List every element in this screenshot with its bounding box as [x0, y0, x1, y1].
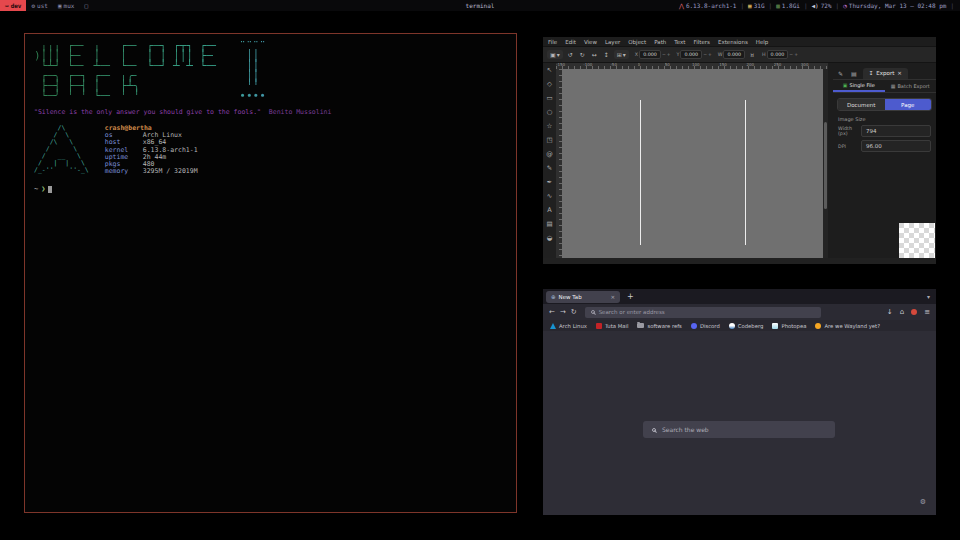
single-file-tab[interactable]: ▣Single File [833, 80, 885, 92]
status-bar: ⌨ dev ⚙ ust ▣ mux □ terminal ⋀6.13.8-arc… [0, 0, 960, 11]
menu-view[interactable]: View [584, 39, 597, 45]
tool-selector-icon[interactable]: ↖ [543, 63, 556, 77]
tool-text-icon[interactable]: A [543, 203, 556, 217]
url-bar[interactable]: Search or enter address [585, 307, 821, 318]
w-input[interactable]: 0.000 [723, 50, 745, 59]
tool-node-icon[interactable]: ◇ [543, 77, 556, 91]
active-tab[interactable]: ⊕ New Tab × [546, 291, 620, 303]
new-tab-button[interactable]: + [627, 293, 634, 301]
bookmark-arch-linux[interactable]: Arch Linux [550, 323, 587, 329]
batch-export-tab[interactable]: ▦Batch Export [885, 80, 937, 92]
home-icon[interactable]: ⌂ [900, 308, 904, 316]
tool-star-icon[interactable]: ☆ [543, 119, 556, 133]
menu-text[interactable]: Text [674, 39, 685, 45]
align-dropdown[interactable]: ⊞▾ [614, 50, 629, 59]
x-input[interactable]: 0.000 [639, 50, 661, 59]
close-icon[interactable]: × [897, 70, 902, 76]
terminal-window[interactable]: ╷╷╷ ┌─╴ ╷ ┌─╴ ┌─┐ ┌┬┐ ┌─╴ ¨¨¨¨)│││ ├─ │ … [24, 33, 517, 513]
document-button[interactable]: Document [838, 99, 885, 110]
fetch-key: memory [105, 168, 143, 175]
dpi-label: DPI [838, 144, 858, 149]
browser-tab-bar: ⊕ New Tab × + ▾ [543, 289, 936, 304]
canvas-scrollbar[interactable] [823, 69, 828, 258]
dock-tab-layers-icon[interactable]: ▤ [849, 70, 859, 79]
menu-extensions[interactable]: Extensions [718, 39, 748, 45]
export-dialog-tab[interactable]: ↧ Export × [863, 68, 908, 79]
scrollbar-thumb[interactable] [824, 122, 827, 209]
rotate-ccw-button[interactable]: ↺ [566, 50, 575, 59]
menu-object[interactable]: Object [628, 39, 646, 45]
y-plus-stepper[interactable]: + [708, 52, 712, 57]
tab-title: New Tab [559, 294, 608, 300]
list-tabs-chevron-icon[interactable]: ▾ [927, 293, 933, 300]
tool-pen-icon[interactable]: ✒ [543, 175, 556, 189]
inkscape-window[interactable]: File Edit View Layer Object Path Text Fi… [543, 37, 936, 264]
tool-spiral-icon[interactable]: @ [543, 147, 556, 161]
x-plus-stepper[interactable]: + [667, 52, 671, 57]
rotate-cw-button[interactable]: ↻ [578, 50, 587, 59]
menu-edit[interactable]: Edit [565, 39, 576, 45]
tool-pencil-icon[interactable]: ✎ [543, 161, 556, 175]
lock-ratio-icon[interactable]: ¤ [748, 50, 756, 59]
menu-layer[interactable]: Layer [605, 39, 620, 45]
export-icon: ↧ [869, 70, 874, 76]
workspace-tag-ust[interactable]: ⚙ ust [26, 0, 52, 11]
tool-gradient-icon[interactable]: ▤ [543, 217, 556, 231]
menu-icon[interactable]: ≡ [924, 308, 930, 316]
tool-rectangle-icon[interactable]: ▭ [543, 91, 556, 105]
bookmark-tuta-mail[interactable]: Tuta Mail [596, 323, 629, 329]
disk-text: 31G [754, 2, 765, 9]
tool-box3d-icon[interactable]: ◳ [543, 133, 556, 147]
canvas[interactable] [562, 69, 823, 258]
selector-mode-dropdown[interactable]: ▣▾ [547, 50, 563, 59]
workspace-tag-empty[interactable]: □ [79, 0, 93, 11]
workspace-tag-mux[interactable]: ▣ mux [53, 0, 79, 11]
workspace-tag-dev[interactable]: ⌨ dev [0, 0, 26, 11]
separator: | [836, 2, 840, 9]
back-button[interactable]: ← [549, 308, 555, 316]
flip-vertical-button[interactable]: ↕ [602, 50, 611, 59]
y-minus-stepper[interactable]: − [703, 52, 707, 57]
width-input[interactable]: 794 [861, 125, 931, 137]
page-border-line [745, 100, 746, 245]
flip-horizontal-button[interactable]: ↔ [590, 50, 599, 59]
fetch-block: /\ / \ /\ \ / \ / __ \ / | | \/_-'' ''-_… [34, 125, 507, 175]
gear-icon[interactable]: ⚙ [920, 498, 926, 506]
square-tag-icon: □ [84, 2, 88, 9]
shell-prompt[interactable]: ~ ❯ [34, 185, 507, 193]
web-search-input[interactable]: Search the web [643, 421, 835, 438]
bookmark-photopea[interactable]: Photopea [772, 323, 806, 329]
bookmark-codeberg[interactable]: Codeberg [729, 323, 764, 329]
dpi-input[interactable]: 96.00 [861, 140, 931, 152]
h-input[interactable]: 0.000 [767, 50, 789, 59]
dock-tab-bar: ✎ ▤ ↧ Export × [833, 67, 936, 80]
reload-button[interactable]: ↻ [571, 308, 577, 316]
dock-tab-pencil-icon[interactable]: ✎ [836, 70, 845, 79]
tool-calligraphy-icon[interactable]: ∿ [543, 189, 556, 203]
forward-button[interactable]: → [560, 308, 566, 316]
tool-options-bar: ▣▾ ↺ ↻ ↔ ↕ ⊞▾ X0.000−+ Y0.000−+ W0.000 ¤… [543, 46, 936, 63]
tab-close-icon[interactable]: × [610, 294, 615, 300]
bookmarks-bar: Arch Linux Tuta Mail software refs Disco… [543, 320, 936, 331]
download-icon[interactable]: ↓ [887, 308, 893, 316]
x-minus-stepper[interactable]: − [662, 52, 666, 57]
menu-path[interactable]: Path [654, 39, 666, 45]
x-field-group: X0.000−+ [635, 50, 671, 59]
bookmark-are-we-wayland-yet[interactable]: Are we Wayland yet? [815, 323, 880, 329]
status-modules: ⋀6.13.8-arch1-1 | ▦31G | ▥1.8Gi | ◀)72% … [679, 2, 960, 9]
tool-ellipse-icon[interactable]: ○ [543, 105, 556, 119]
bookmark-software-refs-folder[interactable]: software refs [637, 323, 681, 329]
separator: | [950, 2, 954, 9]
bookmark-discord[interactable]: Discord [691, 323, 720, 329]
extension-record-icon[interactable] [911, 309, 917, 315]
h-plus-stepper[interactable]: + [794, 52, 798, 57]
h-minus-stepper[interactable]: − [789, 52, 793, 57]
menu-filters[interactable]: Filters [693, 39, 710, 45]
menu-file[interactable]: File [548, 39, 557, 45]
page-button[interactable]: Page [885, 99, 932, 110]
browser-window[interactable]: ⊕ New Tab × + ▾ ← → ↻ Search or enter ad… [543, 289, 936, 515]
globe-icon: ⊕ [551, 294, 556, 300]
tool-dropper-icon[interactable]: ◒ [543, 231, 556, 245]
y-input[interactable]: 0.000 [680, 50, 702, 59]
menu-help[interactable]: Help [756, 39, 769, 45]
